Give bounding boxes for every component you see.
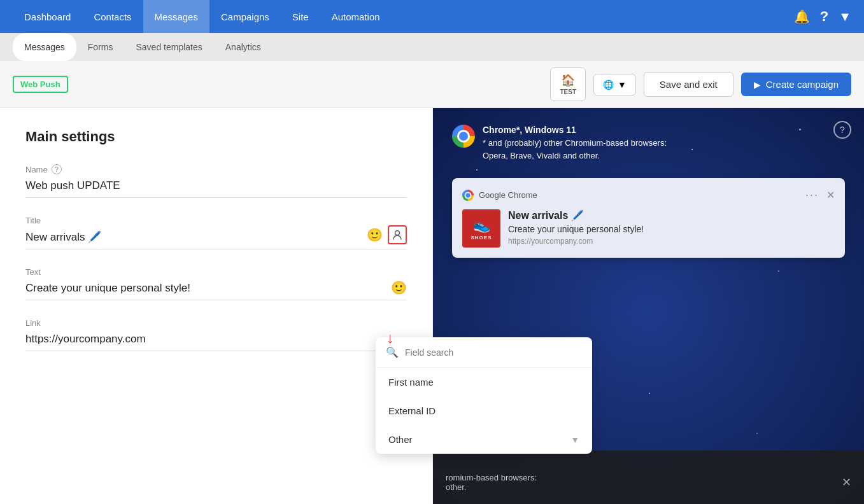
main-settings-title: Main settings: [25, 129, 407, 145]
nav-item-dashboard[interactable]: Dashboard: [13, 0, 82, 33]
red-arrow-indicator: ↓: [386, 329, 394, 347]
test-label: TEST: [560, 88, 576, 95]
nav-item-contacts[interactable]: Contacts: [82, 0, 143, 33]
chrome-logo: [452, 125, 475, 148]
house-icon: 🏠: [561, 73, 575, 87]
link-label: Link: [25, 318, 407, 328]
bottom-preview-text: romium-based browsers: other.: [446, 473, 537, 492]
toolbar: Web Push 🏠 TEST 🌐 ▼ Save and exit ▶ Crea…: [0, 61, 864, 108]
personalization-icon-title[interactable]: [388, 225, 407, 244]
notif-menu-icon[interactable]: ···: [805, 188, 819, 202]
chevron-down-icon: ▼: [618, 80, 627, 90]
link-value[interactable]: https://yourcompany.com: [25, 333, 407, 351]
name-label: Name ?: [25, 164, 407, 174]
shoes-label: SHOES: [471, 235, 492, 241]
bottom-preview-strip: romium-based browsers: other. ✕: [433, 451, 864, 504]
nav-item-site[interactable]: Site: [281, 0, 320, 33]
dropdown-item-other[interactable]: Other ▼: [376, 425, 592, 454]
notification-url: https://yourcompany.com: [508, 237, 835, 246]
subnav-item-messages[interactable]: Messages: [13, 33, 76, 61]
notification-image: 👟 SHOES: [462, 209, 500, 248]
dropdown-search-row: 🔍: [376, 337, 592, 368]
shoe-icon: 👟: [473, 217, 490, 234]
emoji-icon-text[interactable]: 🙂: [391, 280, 407, 295]
subnav-item-analytics[interactable]: Analytics: [214, 33, 273, 61]
title-label: Title: [25, 216, 407, 225]
chevron-down-icon: ▼: [570, 435, 579, 445]
test-button[interactable]: 🏠 TEST: [550, 67, 586, 101]
nav-item-campaigns[interactable]: Campaigns: [209, 0, 281, 33]
nav-item-automation[interactable]: Automation: [320, 0, 392, 33]
preview-help-icon[interactable]: ?: [833, 121, 851, 139]
globe-icon: 🌐: [603, 80, 614, 90]
link-field-group: Link https://yourcompany.com: [25, 318, 407, 351]
dropdown-item-externalid[interactable]: External ID: [376, 396, 592, 425]
notif-browser-label: Google Chrome: [479, 190, 537, 200]
title-value[interactable]: New arrivals 🖊️: [25, 230, 407, 249]
notification-title: New arrivals 🖊️: [508, 209, 835, 221]
text-value[interactable]: Create your unique personal style!: [25, 282, 407, 300]
name-field-group: Name ? Web push UPDATE: [25, 164, 407, 198]
preview-browser-info: Chrome*, Windows 11 * and (probably) oth…: [452, 123, 667, 162]
play-icon: ▶: [754, 80, 761, 90]
text-field-group: Text Create your unique personal style! …: [25, 267, 407, 300]
browser-name: Chrome*, Windows 11: [483, 123, 667, 137]
top-navigation: Dashboard Contacts Messages Campaigns Si…: [0, 0, 864, 33]
field-search-input[interactable]: [405, 347, 582, 358]
notif-chrome-logo: [462, 190, 474, 201]
create-campaign-button[interactable]: ▶ Create campaign: [741, 73, 851, 96]
create-campaign-label: Create campaign: [766, 79, 839, 90]
name-help-icon[interactable]: ?: [52, 164, 62, 174]
browser-note: * and (probably) other Chromium-based br…: [483, 137, 667, 150]
notif-close-icon[interactable]: ✕: [826, 189, 835, 201]
title-field-group: Title New arrivals 🖊️ 🙂: [25, 216, 407, 249]
help-icon[interactable]: ?: [820, 8, 828, 25]
sub-navigation: Messages Forms Saved templates Analytics: [0, 33, 864, 61]
subnav-item-forms[interactable]: Forms: [76, 33, 125, 61]
browser-note2: Opera, Brave, Vivaldi and other.: [483, 150, 667, 162]
dropdown-item-firstname[interactable]: First name: [376, 368, 592, 396]
language-button[interactable]: 🌐 ▼: [593, 74, 636, 95]
field-search-dropdown: 🔍 First name External ID Other ▼: [376, 337, 592, 454]
bottom-close-icon[interactable]: ✕: [842, 475, 851, 489]
text-label: Text: [25, 267, 407, 277]
subnav-item-saved-templates[interactable]: Saved templates: [124, 33, 213, 61]
web-push-badge: Web Push: [13, 76, 68, 93]
settings-panel: Main settings Name ? Web push UPDATE Tit…: [0, 108, 433, 504]
name-value[interactable]: Web push UPDATE: [25, 179, 407, 198]
nav-item-messages[interactable]: Messages: [143, 0, 209, 33]
emoji-icon-title[interactable]: 🙂: [367, 227, 383, 242]
notification-body: Create your unique personal style!: [508, 224, 835, 234]
save-exit-button[interactable]: Save and exit: [644, 72, 733, 97]
svg-point-0: [395, 231, 400, 235]
search-icon: 🔍: [386, 346, 399, 358]
dropdown-icon[interactable]: ▼: [839, 10, 851, 24]
bell-icon[interactable]: 🔔: [794, 9, 810, 24]
notification-preview-card: Google Chrome ··· ✕ 👟 SHOES New arrivals…: [452, 178, 845, 258]
